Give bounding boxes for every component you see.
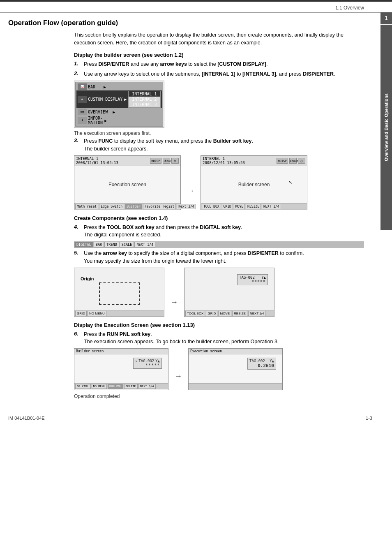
tag-label3: TAG-002 [249,359,265,363]
step-1: 1. Press DISP/ENTER and use any arrow ke… [74,60,364,68]
section-label: 1.1 Overview [335,5,364,11]
menu-screenshot-area: 📊 BAR ▶ ⊞ CUSTOM DISPLAY ▶ INTERNAL 1 IN… [74,81,364,128]
asterisk-value: ***** [239,280,266,284]
disp-icon2: ⊞DISP [277,158,288,164]
origin-box-left: Origin — GRID NO MENU [74,268,164,317]
footer-right: 1-3 [366,416,372,421]
no-menu-key[interactable]: NO MENU [88,311,106,316]
next-key2[interactable]: NEXT 1/4 [248,311,266,316]
chapter-tab: Overview and Basic Operations [380,25,392,230]
execution-screen-label2: Execution screen [190,349,222,353]
footer-left: IM 04L41B01-04E [8,416,45,421]
scale-btn[interactable]: SCALE [120,242,134,247]
bar-btn[interactable]: BAR [94,242,104,247]
resize-key2[interactable]: RESIZE [232,311,247,316]
origin-label: Origin [81,276,94,281]
move-key[interactable]: MOVE [234,204,245,209]
section-title: Operation Flow (operation guide) [8,19,364,27]
exec-header-step6: Execution screen [189,349,282,354]
exec-body-step6: TAG-002 Y▲ 0.2610 [189,354,282,383]
edge-switch-key[interactable]: Edge Switch [99,204,124,209]
run-pnl-key[interactable]: RUN PNL [108,384,123,389]
execution-screen-box: INTERNAL 12008/12/01 13:05:13 ⊞DISP 1hou… [74,155,181,210]
builder-box-step6: Builder screen ↖ TAG-002 Y▲ ***** GR.CTR… [74,348,168,390]
submenu-internal3: INTERNAL 3 [129,102,160,107]
step-3: 3. Press FUNC to display the soft key me… [74,137,364,153]
circle-btn: ○ [171,158,179,164]
exec-screen-body: Execution screen [74,166,180,203]
tag-display-asterisk: TAG-002 Y▲ ***** [237,274,268,285]
gr-ctrl-key[interactable]: GR.CTRL [75,384,91,389]
right-origin-footer: TOOL BOX GRID MOVE RESIZE NEXT 1/4 [184,310,274,317]
note-exec-first: The execution screen appears first. [74,130,364,136]
subsection-display-builder: Display the builder screen (see section … [74,52,364,58]
exec-tag-display: TAG-002 Y▲ 0.2610 [247,358,276,370]
arrow-builder-to-exec: → [173,363,184,390]
origin-footer: GRID NO MENU [74,310,164,317]
toolbox-key[interactable]: TOOL BOX [202,204,221,209]
next-key3[interactable]: NEXT 3/4 [138,384,156,389]
main-content: Operation Flow (operation guide) This se… [0,13,380,409]
builder-body-step6: ↖ TAG-002 Y▲ ***** [74,354,168,383]
menu-row-custom-display: ⊞ CUSTOM DISPLAY ▶ INTERNAL 1 INTERNAL 2… [76,90,162,108]
origin-dashes [99,282,140,305]
step-5: 5. Use the arrow key to specify the size… [74,250,364,265]
grid-key2[interactable]: GRID [206,311,217,316]
disp-icon: ⊞DISP [150,158,161,164]
toolbox-key2[interactable]: TOOL BOX [185,311,205,316]
builder-header-step6: Builder screen [74,349,168,354]
menu-row-infor: ℹ INFOR-MATION ▶ [76,116,162,125]
move-key2[interactable]: MOVE [218,311,231,316]
digital-toolbar-screenshot: DIGITAL BAR TREND SCALE NEXT 1/4 [74,241,364,248]
menu-row-overview: ⊞⊞ OVERVIEW ▶ [76,108,162,116]
exec-screen-header: INTERNAL 12008/12/01 13:05:13 ⊞DISP 1hou… [74,156,180,166]
menu-screenshot: 📊 BAR ▶ ⊞ CUSTOM DISPLAY ▶ INTERNAL 1 IN… [74,81,164,128]
digital-btn[interactable]: DIGITAL [74,242,93,247]
cursor-small: ↖ [135,359,137,363]
builder-screen-footer: TOOL BOX GRID MOVE RESIZE NEXT 1/4 [201,203,307,210]
submenu-internal1: INTERNAL 1 [129,91,160,97]
next-key-builder[interactable]: NEXT 1/4 [262,204,281,209]
grid-key[interactable]: GRID [222,204,233,209]
page-header: 1.1 Overview [0,2,380,13]
chapter-tab-label: Overview and Basic Operations [384,93,389,161]
intro-text: This section briefly explains the operat… [74,31,364,47]
builder-screen-box: INTERNAL 12008/12/01 13:05:53 ⊞DISP 1hou… [201,155,307,210]
exec-builder-pair: INTERNAL 12008/12/01 13:05:13 ⊞DISP 1hou… [74,155,364,210]
cursor-icon: ↖ [288,178,293,185]
builder-tag-display: ↖ TAG-002 Y▲ ***** [133,358,162,369]
delete-key[interactable]: DELETE [124,384,138,389]
submenu-internal2: INTERNAL 2 [129,97,160,102]
digital-toolbar: DIGITAL BAR TREND SCALE NEXT 1/4 [74,241,364,248]
builder-exec-pair: Builder screen ↖ TAG-002 Y▲ ***** GR.CTR… [74,348,364,390]
tag-label2: TAG-002 [138,359,154,363]
circle-btn2: ○ [298,158,305,164]
tab-number: 1 [380,12,392,24]
hour-btn2: 1hour [289,158,297,164]
step-6: 6. Press the RUN PNL soft key. The execu… [74,331,364,346]
y-indicator: Y▲ [261,275,266,280]
operation-completed: Operation completed [74,393,364,399]
builder-key[interactable]: Builder [125,204,142,209]
trend-btn[interactable]: TREND [104,242,119,247]
math-reset-key[interactable]: Math reset [75,204,98,209]
exec-footer-step6 [189,383,282,390]
next-key-exec[interactable]: Next 3/4 [177,204,196,209]
page-footer: IM 04L41B01-04E 1-3 [0,413,380,423]
resize-key[interactable]: RESIZE [246,204,261,209]
exec-box-step6: Execution screen TAG-002 Y▲ 0.2610 [188,348,283,390]
hour-btn: 1hour [163,158,170,164]
overview-icon: ⊞⊞ [78,109,87,115]
origin-box-right: TAG-002 Y▲ ***** TOOL BOX GRID MOVE RESI… [184,268,274,317]
grid-key-origin[interactable]: GRID [75,311,87,316]
no-menu-key2[interactable]: NO MENU [92,384,107,389]
numeric-value: 0.2610 [249,363,274,368]
subsection-create-components: Create Components (see section 1.4) [74,215,364,221]
favorite-key[interactable]: Favorite regist [143,204,176,209]
tag-label-asterisk: TAG-002 [239,275,255,280]
infor-icon: ℹ [78,117,87,124]
bar-icon: 📊 [78,83,87,90]
subsection-display-exec: Display the Execution Screen (see sectio… [74,322,364,328]
builder-screen-header: INTERNAL 12008/12/01 13:05:53 ⊞DISP 1hou… [201,156,307,166]
next-btn-toolbar[interactable]: NEXT 1/4 [134,242,155,247]
